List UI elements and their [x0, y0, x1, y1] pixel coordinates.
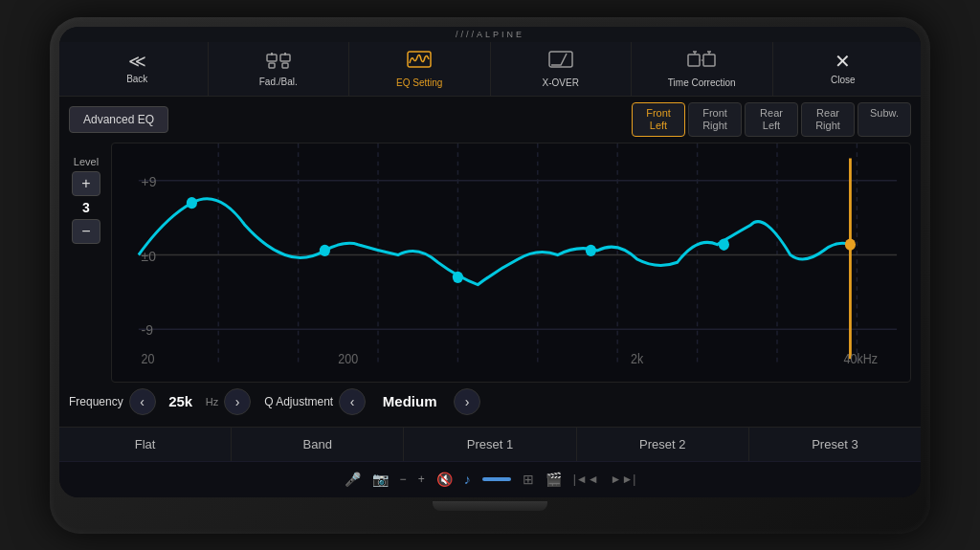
q-next-button[interactable]: ›	[454, 388, 480, 415]
nav-fad-bal[interactable]: Fad./Bal.	[209, 42, 350, 96]
preset-3[interactable]: Preset 3	[749, 428, 921, 461]
svg-point-30	[453, 272, 463, 283]
preset-row: Flat Band Preset 1 Preset 2 Preset 3	[59, 427, 921, 461]
tab-subw[interactable]: Subw.	[858, 102, 911, 137]
svg-rect-5	[282, 63, 288, 68]
eq-setting-icon	[406, 50, 433, 74]
svg-text:40kHz: 40kHz	[844, 351, 879, 366]
time-correction-icon	[687, 50, 716, 74]
vol-down-icon[interactable]: −	[400, 473, 407, 486]
eq-graph[interactable]: +9 ±0 -9 20 200 2k 40kHz	[111, 143, 911, 383]
advanced-eq-button[interactable]: Advanced EQ	[69, 106, 168, 133]
device-bottom	[59, 497, 921, 524]
svg-rect-1	[271, 53, 273, 55]
q-adjustment-label: Q Adjustment	[264, 395, 333, 408]
top-nav: ≪ Back Fad./Bal.	[59, 42, 921, 97]
frequency-next-button[interactable]: ›	[224, 388, 251, 415]
prev-track-icon[interactable]: |◄◄	[573, 473, 599, 486]
nav-close-label: Close	[831, 75, 856, 85]
nav-xover[interactable]: X-OVER	[491, 42, 633, 96]
tab-rear-left[interactable]: Rear Left	[745, 102, 798, 137]
level-control: Level + 3 −	[69, 143, 103, 383]
next-track-icon[interactable]: ►►|	[611, 473, 636, 486]
tab-front-left[interactable]: Front Left	[632, 102, 685, 137]
q-prev-button[interactable]: ‹	[339, 388, 366, 415]
svg-rect-4	[269, 63, 275, 68]
vol-up-icon[interactable]: +	[418, 473, 425, 486]
svg-text:±0: ±0	[142, 248, 156, 264]
nav-back-label: Back	[126, 74, 147, 84]
back-icon: ≪	[128, 53, 146, 70]
nav-time-correction[interactable]: Time Correction	[632, 42, 773, 96]
svg-point-31	[586, 245, 596, 256]
controls-row: Frequency ‹ 25k Hz › Q Adjustment ‹ Medi…	[69, 383, 911, 421]
level-value: 3	[82, 200, 90, 215]
svg-point-32	[719, 238, 729, 250]
nav-xover-label: X-OVER	[543, 77, 579, 88]
svg-text:200: 200	[338, 351, 358, 366]
preset-flat[interactable]: Flat	[59, 428, 232, 461]
nav-eq-setting[interactable]: EQ Setting	[349, 42, 491, 96]
svg-text:2k: 2k	[631, 351, 644, 366]
fad-bal-icon	[265, 51, 292, 73]
frequency-label: Frequency	[69, 395, 123, 408]
level-label: Level	[74, 156, 99, 167]
bottom-bar: 🎤 📷 − + 🔇 ♪ ⊞ 🎬 |◄◄ ►►|	[59, 461, 921, 497]
frequency-prev-button[interactable]: ‹	[129, 388, 156, 415]
svg-point-29	[320, 245, 330, 256]
channel-tabs: Front Left Front Right Rear Left Rear Ri…	[172, 102, 911, 137]
frequency-value: 25k	[162, 393, 200, 409]
grid-icon[interactable]: ⊞	[523, 472, 534, 487]
tab-rear-right[interactable]: Rear Right	[801, 102, 855, 137]
nav-close[interactable]: ✕ Close	[773, 42, 914, 96]
svg-rect-3	[284, 53, 286, 55]
music-icon[interactable]: ♪	[464, 472, 471, 487]
svg-rect-2	[280, 55, 290, 61]
nav-eq-setting-label: EQ Setting	[396, 77, 442, 88]
mute-icon[interactable]: 🔇	[436, 472, 453, 487]
nav-back[interactable]: ≪ Back	[67, 42, 209, 96]
brand-bar: ////ALPINE	[59, 27, 921, 42]
device-connector	[433, 501, 547, 511]
preset-2[interactable]: Preset 2	[577, 428, 749, 461]
nav-fad-bal-label: Fad./Bal.	[259, 77, 298, 87]
level-minus-button[interactable]: −	[72, 219, 100, 244]
mic-icon[interactable]: 🎤	[345, 472, 361, 487]
preset-1[interactable]: Preset 1	[404, 428, 576, 461]
progress-bar	[482, 477, 511, 481]
svg-text:-9: -9	[142, 322, 153, 339]
close-icon: ✕	[835, 52, 851, 71]
screen: ////ALPINE ≪ Back	[59, 27, 921, 497]
camera-icon[interactable]: 📷	[372, 472, 389, 487]
nav-time-correction-label: Time Correction	[668, 77, 736, 88]
media-icon[interactable]: 🎬	[546, 472, 562, 487]
svg-point-28	[187, 197, 197, 209]
device-frame: ////ALPINE ≪ Back	[50, 17, 930, 534]
content-area: Advanced EQ Front Left Front Right Rear …	[59, 97, 921, 427]
q-value: Medium	[371, 393, 448, 409]
preset-band[interactable]: Band	[232, 428, 404, 461]
channel-row: Advanced EQ Front Left Front Right Rear …	[69, 102, 911, 137]
tab-front-right[interactable]: Front Right	[688, 102, 742, 137]
brand-logo: ////ALPINE	[456, 30, 524, 39]
xover-icon	[547, 50, 574, 74]
svg-point-33	[845, 238, 856, 250]
eq-area: Level + 3 −	[69, 143, 911, 383]
svg-rect-0	[267, 55, 277, 61]
svg-text:20: 20	[142, 351, 155, 366]
svg-rect-9	[703, 55, 715, 66]
frequency-unit: Hz	[206, 396, 218, 407]
svg-text:+9: +9	[142, 173, 157, 189]
level-plus-button[interactable]: +	[72, 171, 100, 196]
svg-rect-8	[688, 55, 700, 66]
